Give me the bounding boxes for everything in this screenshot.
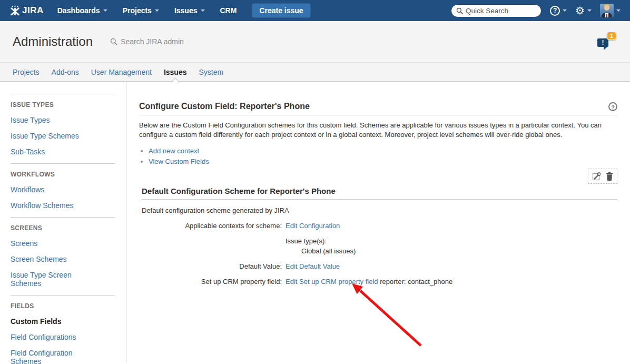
- search-icon: [110, 38, 117, 45]
- sidebar-item-workflow-schemes[interactable]: Workflow Schemes: [11, 201, 96, 210]
- view-custom-fields-link[interactable]: View Custom Fields: [149, 158, 209, 165]
- sidebar-item-screens[interactable]: Screens: [11, 239, 96, 248]
- admin-search[interactable]: [110, 37, 215, 46]
- field-label: Default Value:: [142, 262, 282, 271]
- delete-trash-icon[interactable]: [606, 172, 613, 181]
- action-link-list: Add new context View Custom Fields: [139, 147, 617, 165]
- quick-search-box[interactable]: [451, 4, 542, 17]
- tab-addons[interactable]: Add-ons: [52, 63, 79, 82]
- tab-issues[interactable]: Issues: [164, 63, 187, 82]
- top-navbar: JIRA Dashboards Projects Issues CRM Crea…: [0, 0, 630, 21]
- sidebar-item-issue-type-screen-schemes[interactable]: Issue Type Screen Schemes: [11, 271, 96, 288]
- chevron-down-icon: [103, 9, 107, 12]
- sidebar-item-custom-fields[interactable]: Custom Fields: [11, 317, 96, 326]
- navbar-right: ? ⚙: [451, 4, 621, 17]
- list-item: View Custom Fields: [149, 158, 617, 165]
- field-label: Applicable contexts for scheme:: [142, 222, 282, 230]
- chevron-down-icon: [616, 9, 621, 12]
- sidebar-item-issue-types[interactable]: Issue Types: [11, 116, 96, 124]
- notification-bubble-tail: [604, 47, 607, 50]
- row-applicable-contexts: Applicable contexts for scheme: Edit Con…: [142, 222, 617, 230]
- chevron-down-icon: [201, 9, 205, 12]
- search-icon: [456, 7, 463, 14]
- admin-search-input[interactable]: [121, 37, 215, 46]
- notification-icon[interactable]: ! 1: [596, 32, 616, 52]
- row-issue-types: Issue type(s): Global (all issues): [142, 237, 617, 255]
- admin-settings-menu[interactable]: ⚙: [575, 5, 592, 16]
- content: ISSUE TYPES Issue Types Issue Type Schem…: [0, 82, 630, 363]
- quick-search-input[interactable]: [466, 7, 533, 15]
- sidebar-item-field-configuration-schemes[interactable]: Field Configuration Schemes: [11, 349, 96, 364]
- admin-sidebar: ISSUE TYPES Issue Types Issue Type Schem…: [0, 82, 126, 363]
- gear-icon: ⚙: [575, 5, 585, 16]
- sidebar-item-screen-schemes[interactable]: Screen Schemes: [11, 255, 96, 263]
- sidebar-section-fields: FIELDS Custom Fields Field Configuration…: [11, 295, 115, 364]
- sidebar-section-issue-types: ISSUE TYPES Issue Types Issue Type Schem…: [11, 94, 115, 156]
- chevron-down-icon: [563, 9, 567, 12]
- configure-wrench-icon[interactable]: [592, 172, 601, 181]
- issue-types-value: Global (all issues): [301, 247, 356, 255]
- sidebar-section-workflows: WORKFLOWS Workflows Workflow Schemes: [11, 163, 115, 210]
- admin-tabbar: Projects Add-ons User Management Issues …: [0, 63, 630, 82]
- sidebar-section-title: ISSUE TYPES: [11, 101, 115, 109]
- notification-bubble: !: [597, 38, 608, 47]
- sidebar-item-sub-tasks[interactable]: Sub-Tasks: [11, 147, 96, 156]
- sidebar-section-title: SCREENS: [11, 224, 115, 232]
- help-menu[interactable]: ?: [550, 6, 567, 16]
- sidebar-item-issue-type-schemes[interactable]: Issue Type Schemes: [11, 132, 96, 140]
- sidebar-item-field-configurations[interactable]: Field Configurations: [11, 333, 96, 341]
- tab-projects[interactable]: Projects: [13, 63, 40, 82]
- nav-crm[interactable]: CRM: [220, 6, 237, 15]
- crm-property-value: reporter: contact_phone: [380, 278, 452, 286]
- edit-crm-property-field-link[interactable]: Edit Set up CRM property field: [286, 278, 378, 286]
- sidebar-item-workflows[interactable]: Workflows: [11, 185, 96, 194]
- admin-header: Administration ! 1: [0, 21, 630, 63]
- tab-system[interactable]: System: [199, 63, 224, 82]
- nav-dashboards[interactable]: Dashboards: [57, 6, 107, 15]
- jira-logo[interactable]: JIRA: [9, 5, 44, 16]
- page-title-row: Configure Custom Field: Reporter's Phone…: [139, 102, 617, 115]
- help-icon[interactable]: ?: [608, 102, 617, 111]
- list-item: Add new context: [149, 147, 617, 155]
- row-default-value: Default Value: Edit Default Value: [142, 262, 617, 271]
- user-menu[interactable]: [600, 4, 621, 17]
- jira-logo-text: JIRA: [22, 5, 44, 16]
- sidebar-section-title: WORKFLOWS: [11, 171, 115, 178]
- create-issue-button[interactable]: Create issue: [252, 3, 310, 18]
- sidebar-section-title: FIELDS: [11, 302, 115, 310]
- main-panel: Configure Custom Field: Reporter's Phone…: [126, 82, 630, 363]
- issue-types-label: Issue type(s):: [286, 237, 356, 245]
- add-new-context-link[interactable]: Add new context: [149, 147, 199, 155]
- scheme-subtitle: Default configuration scheme generated b…: [142, 206, 617, 214]
- scheme-actions-box: [588, 169, 617, 184]
- chevron-down-icon: [155, 9, 159, 12]
- chevron-down-icon: [587, 9, 592, 12]
- scheme-title: Default Configuration Scheme for Reporte…: [142, 186, 617, 200]
- notification-count-badge: 1: [607, 32, 616, 40]
- avatar: [600, 4, 614, 17]
- edit-configuration-link[interactable]: Edit Configuration: [286, 222, 340, 230]
- configure-custom-field-title: Configure Custom Field: Reporter's Phone: [139, 102, 310, 111]
- default-scheme-section: Default Configuration Scheme for Reporte…: [139, 186, 617, 286]
- tab-user-management[interactable]: User Management: [91, 63, 152, 82]
- nav-projects[interactable]: Projects: [123, 6, 159, 15]
- field-label: Set up CRM property field:: [142, 278, 282, 286]
- sidebar-section-screens: SCREENS Screens Screen Schemes Issue Typ…: [11, 217, 115, 288]
- nav-issues[interactable]: Issues: [174, 6, 205, 15]
- row-crm-property-field: Set up CRM property field: Edit Set up C…: [142, 278, 617, 286]
- jira-charlie-icon: [9, 5, 21, 16]
- description-text: Below are the Custom Field Configuration…: [139, 121, 617, 140]
- page-title: Administration: [13, 34, 93, 49]
- scheme-form: Applicable contexts for scheme: Edit Con…: [142, 222, 617, 286]
- help-icon: ?: [550, 6, 560, 16]
- edit-default-value-link[interactable]: Edit Default Value: [286, 262, 340, 270]
